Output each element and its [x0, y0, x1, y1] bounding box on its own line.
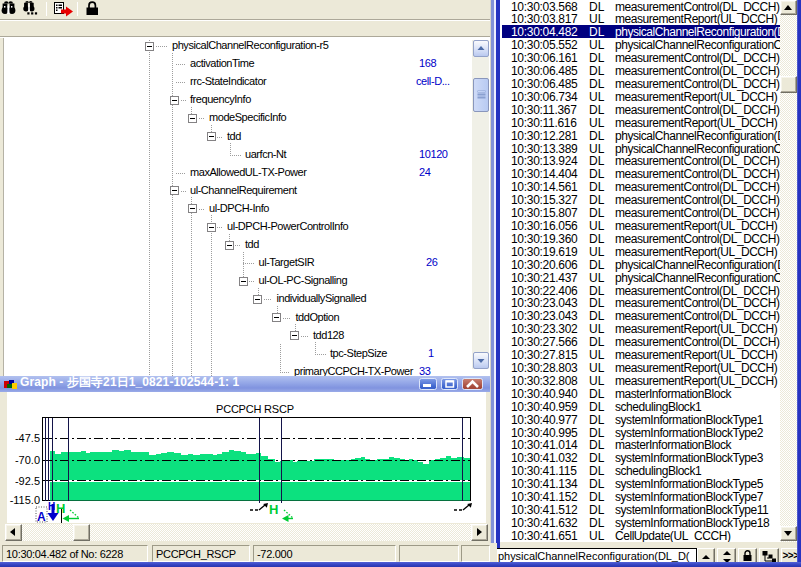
svg-text:H: H — [56, 501, 65, 516]
svg-text:-92.5: -92.5 — [15, 475, 40, 487]
svg-text:-70.0: -70.0 — [15, 454, 40, 466]
svg-text:-115.0: -115.0 — [10, 494, 40, 506]
svg-text:-47.5: -47.5 — [15, 432, 40, 444]
svg-text:A: A — [37, 510, 46, 524]
svg-text:PCCPCH RSCP: PCCPCH RSCP — [216, 403, 294, 415]
svg-text:H: H — [269, 502, 278, 517]
